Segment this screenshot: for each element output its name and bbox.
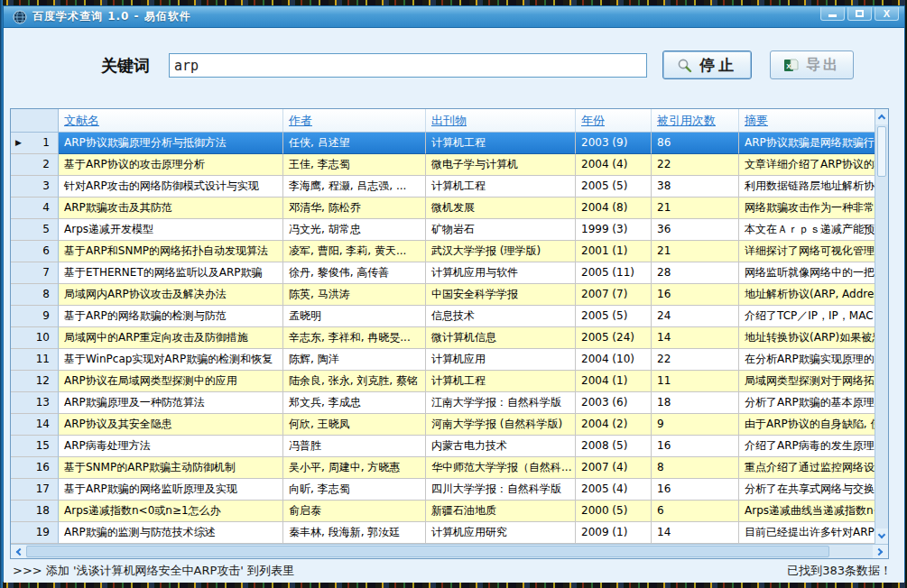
cell-authors: 王佳, 李志蜀 [283, 154, 426, 176]
cell-year: 2005 (24) [576, 327, 652, 349]
cell-year: 2004 (4) [576, 154, 652, 176]
cell-authors: 向昕, 李志蜀 [283, 479, 426, 501]
table-row[interactable]: 15ARP病毒处理方法冯普胜内蒙古电力技术2008 (5)16介绍了ARP病毒的… [11, 436, 875, 457]
table-row[interactable]: 19ARP欺骗的监测与防范技术综述秦丰林, 段海新, 郭汝廷计算机应用研究200… [11, 522, 875, 544]
table-row[interactable]: 17基于ARP欺骗的网络监听原理及实现向昕, 李志蜀四川大学学报：自然科学版20… [11, 479, 875, 501]
stop-button[interactable]: 停止 [662, 51, 752, 79]
cell-citations: 9 [652, 414, 739, 436]
row-number: 9 [11, 306, 59, 327]
cell-year: 2008 (5) [576, 436, 652, 457]
cell-journal: 矿物岩石 [426, 219, 576, 241]
maximize-button[interactable] [847, 7, 872, 21]
table-row[interactable]: 14ARP协议及其安全隐患何欣, 王晓凤河南大学学报 (自然科学版)2004 (… [11, 414, 875, 436]
cell-authors: 邓清华, 陈松乔 [283, 198, 426, 219]
cell-year: 2004 (2) [576, 414, 652, 436]
cell-authors: 陈辉, 陶洋 [283, 349, 426, 371]
cell-year: 2001 (1) [576, 241, 652, 262]
row-number: 11 [11, 349, 59, 371]
vertical-scrollbar[interactable] [875, 109, 888, 544]
cell-authors: 冯普胜 [283, 436, 426, 457]
table-row[interactable]: 5Arps递减开发模型冯文光, 胡常忠矿物岩石1999 (3)36本文在Ａｒｐｓ… [11, 219, 875, 241]
chevron-up-icon [878, 115, 885, 122]
row-number: 19 [11, 522, 59, 544]
cell-citations: 86 [652, 133, 739, 154]
minimize-button[interactable] [820, 7, 845, 21]
col-header-authors[interactable]: 作者 [283, 109, 426, 132]
col-header-journal[interactable]: 出刊物 [426, 109, 576, 132]
table-row[interactable]: 3针对ARP攻击的网络防御模式设计与实现李海鹰, 程灏, 吕志强, ...计算机… [11, 176, 875, 198]
title-bar[interactable]: 百度学术查询 1.0 - 易佰软件 X [4, 6, 904, 28]
col-header-abstract[interactable]: 摘要 [739, 109, 875, 132]
row-number: 12 [11, 371, 59, 392]
cell-journal: 计算机应用与软件 [426, 262, 576, 284]
cell-year: 2003 (6) [576, 392, 652, 414]
row-number: 17 [11, 479, 59, 501]
cell-abstract: 介绍了ARP病毒的发生原理及其 [739, 436, 875, 457]
cell-year: 2004 (1) [576, 371, 652, 392]
table-row[interactable]: 9基于ARP的网络欺骗的检测与防范孟晓明信息技术2005 (5)24介绍了TCP… [11, 306, 875, 327]
table-row[interactable]: 8局域网内ARP协议攻击及解决办法陈英, 马洪涛中国安全科学学报2007 (7)… [11, 284, 875, 306]
close-icon: X [884, 9, 890, 19]
scroll-right-button[interactable] [873, 545, 888, 558]
export-button[interactable]: X 导出 [770, 51, 854, 79]
cell-citations: 14 [652, 522, 739, 544]
table-row[interactable]: 7基于ETHERNET的网络监听以及ARP欺骗徐丹, 黎俊伟, 高传善计算机应用… [11, 262, 875, 284]
cell-year: 2007 (4) [576, 457, 652, 479]
cell-citations: 16 [652, 436, 739, 457]
cell-abstract: 由于ARP协议的自身缺陷, 使得In [739, 414, 875, 436]
cell-title: 基于ARP欺骗的网络监听原理及实现 [59, 479, 283, 501]
cell-abstract: 地址解析协议(ARP, Address Res [739, 284, 875, 306]
col-header-title[interactable]: 文献名 [59, 109, 283, 132]
col-header-year[interactable]: 年份 [576, 109, 652, 132]
row-number: 14 [11, 414, 59, 436]
scroll-left-button[interactable] [11, 545, 26, 558]
keyword-input[interactable] [169, 53, 647, 78]
vertical-scroll-thumb[interactable] [877, 126, 886, 177]
cell-citations: 22 [652, 154, 739, 176]
horizontal-scrollbar[interactable] [11, 544, 888, 558]
scroll-down-button[interactable] [875, 528, 888, 544]
table-row[interactable]: 2基于ARP协议的攻击原理分析王佳, 李志蜀微电子学与计算机2004 (4)22… [11, 154, 875, 176]
scroll-up-button[interactable] [875, 109, 888, 124]
cell-abstract: 在分析ARP欺骗实现原理的基础 [739, 349, 875, 371]
export-button-label: 导出 [806, 56, 840, 75]
chevron-right-icon [875, 547, 883, 555]
table-row[interactable]: 18Arps递减指数n<0或n≥1怎么办俞启泰新疆石油地质2000 (5)6Ar… [11, 501, 875, 522]
cell-year: 2004 (10) [576, 349, 652, 371]
table-row[interactable]: 4ARP欺骗攻击及其防范邓清华, 陈松乔微机发展2004 (8)21网络欺骗攻击… [11, 198, 875, 219]
close-button[interactable]: X [875, 7, 899, 21]
cell-authors: 陈英, 马洪涛 [283, 284, 426, 306]
maximize-icon [856, 10, 864, 17]
cell-citations: 11 [652, 371, 739, 392]
table-row[interactable]: 13ARP欺骗原理及一种防范算法郑文兵, 李成忠江南大学学报：自然科学版2003… [11, 392, 875, 414]
cell-title: 基于ARP协议的攻击原理分析 [59, 154, 283, 176]
table-row[interactable]: 10局域网中的ARP重定向攻击及防御措施辛志东, 李祥和, 冉晓旻...微计算机… [11, 327, 875, 349]
table-row[interactable]: 16基于SNMP的ARP欺骗主动防御机制吴小平, 周建中, 方晓惠华中师范大学学… [11, 457, 875, 479]
horizontal-scroll-thumb[interactable] [26, 546, 829, 557]
vertical-scroll-track[interactable] [875, 124, 888, 528]
cell-journal: 武汉大学学报 (理学版) [426, 241, 576, 262]
cell-authors: 冯文光, 胡常忠 [283, 219, 426, 241]
row-number: 10 [11, 327, 59, 349]
keyword-label: 关键词 [101, 55, 150, 77]
cell-authors: 凌军, 曹阳, 李莉, 黄天... [283, 241, 426, 262]
cell-citations: 6 [652, 501, 739, 522]
table-row[interactable]: 12ARP协议在局域网类型探测中的应用陆余良, 张永, 刘克胜, 蔡铭计算机工程… [11, 371, 875, 392]
col-header-citations[interactable]: 被引用次数 [652, 109, 739, 132]
cell-journal: 信息技术 [426, 306, 576, 327]
cell-title: ARP欺骗原理及一种防范算法 [59, 392, 283, 414]
cell-title: ARP欺骗攻击及其防范 [59, 198, 283, 219]
cell-title: Arps递减开发模型 [59, 219, 283, 241]
cell-abstract: 分析了ARP欺骗的基本原理和通 [739, 392, 875, 414]
svg-text:X: X [786, 61, 791, 69]
table-row[interactable]: 1▶ARP协议欺骗原理分析与抵御方法任侠, 吕述望计算机工程2003 (9)86… [11, 133, 875, 154]
cell-citations: 21 [652, 241, 739, 262]
row-number: 5 [11, 219, 59, 241]
cell-journal: 计算机应用 [426, 349, 576, 371]
cell-citations: 21 [652, 198, 739, 219]
table-row[interactable]: 6基于ARP和SNMP的网络拓扑自动发现算法凌军, 曹阳, 李莉, 黄天...武… [11, 241, 875, 262]
table-row[interactable]: 11基于WinPcap实现对ARP欺骗的检测和恢复陈辉, 陶洋计算机应用2004… [11, 349, 875, 371]
cell-title: ARP病毒处理方法 [59, 436, 283, 457]
cell-year: 2007 (7) [576, 284, 652, 306]
cell-year: 2000 (5) [576, 501, 652, 522]
